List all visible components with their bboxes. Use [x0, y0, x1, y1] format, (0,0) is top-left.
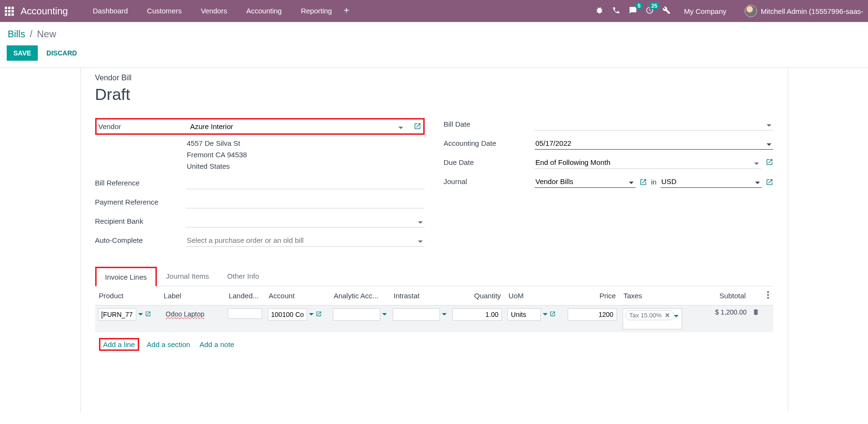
apps-icon[interactable] [5, 7, 14, 16]
form-right-column: Bill Date Accounting Date Due Date [444, 118, 773, 253]
vendor-input[interactable] [189, 120, 405, 132]
col-landed[interactable]: Landed... [225, 286, 265, 305]
chevron-down-icon [309, 311, 314, 318]
payment-reference-input[interactable] [186, 196, 425, 208]
breadcrumb-root[interactable]: Bills [8, 29, 25, 39]
intrastat-input[interactable] [393, 308, 440, 321]
chevron-down-icon [674, 313, 679, 327]
chevron-down-icon [138, 311, 143, 318]
account-input[interactable] [268, 308, 307, 321]
svg-point-2 [767, 297, 769, 299]
add-actions-row: Add a line Add a section Add a note [95, 332, 773, 357]
chat-icon[interactable]: 5 [629, 6, 637, 16]
tab-journal-items[interactable]: Journal Items [157, 267, 218, 286]
nav-dashboard[interactable]: Dashboard [84, 0, 136, 22]
bill-reference-input[interactable] [186, 177, 425, 189]
due-date-input[interactable] [535, 156, 761, 169]
nav-customers[interactable]: Customers [138, 0, 190, 22]
invoice-lines-table: Product Label Landed... Account Analytic… [95, 286, 773, 357]
label-journal: Journal [444, 175, 535, 185]
recipient-bank-input[interactable] [186, 215, 425, 228]
company-selector[interactable]: My Company [684, 7, 726, 15]
col-price[interactable]: Price [565, 286, 620, 305]
chevron-down-icon [442, 311, 447, 318]
chat-badge: 5 [635, 2, 643, 9]
chevron-down-icon [543, 311, 548, 318]
product-input[interactable] [98, 308, 136, 321]
label-payment-reference: Payment Reference [95, 196, 186, 206]
label-vendor: Vendor [99, 120, 189, 130]
tab-other-info[interactable]: Other Info [218, 267, 268, 286]
activity-badge: 25 [649, 2, 659, 9]
col-account[interactable]: Account [265, 286, 330, 305]
taxes-input[interactable]: Tax 15.00% ✕ [623, 308, 682, 329]
col-taxes[interactable]: Taxes [620, 286, 685, 305]
due-date-external-link-icon[interactable] [766, 156, 773, 167]
col-intrastat[interactable]: Intrastat [390, 286, 450, 305]
col-options[interactable] [763, 286, 773, 305]
phone-icon[interactable] [612, 6, 620, 16]
form-sheet: Vendor Bill Draft Vendor 4557 De Silva S… [80, 68, 788, 412]
subtotal-cell: $ 1,200.00 [685, 305, 750, 333]
table-row: Odoo Laptop [95, 305, 773, 333]
nav-accounting[interactable]: Accounting [238, 0, 290, 22]
account-external-link-icon[interactable] [316, 311, 322, 318]
col-product[interactable]: Product [95, 286, 160, 305]
label-cell[interactable]: Odoo Laptop [163, 308, 222, 320]
plus-icon[interactable] [342, 6, 351, 16]
add-line-link[interactable]: Add a line [99, 338, 140, 351]
col-quantity[interactable]: Quantity [450, 286, 505, 305]
top-nav: Accounting Dashboard Customers Vendors A… [0, 0, 868, 22]
breadcrumb: Bills / New [0, 22, 868, 43]
currency-input[interactable] [660, 175, 762, 188]
product-external-link-icon[interactable] [145, 311, 151, 318]
tax-remove-icon[interactable]: ✕ [665, 312, 670, 319]
col-subtotal[interactable]: Subtotal [685, 286, 750, 305]
label-auto-complete: Auto-Complete [95, 234, 186, 244]
action-bar: SAVE DISCARD [0, 43, 868, 68]
uom-input[interactable] [507, 308, 541, 321]
activity-icon[interactable]: 25 [646, 6, 654, 16]
journal-in-label: in [651, 178, 657, 186]
app-brand[interactable]: Accounting [21, 6, 68, 17]
vendor-address: 4557 De Silva St Fremont CA 94538 United… [186, 138, 425, 172]
record-title: Draft [95, 85, 773, 104]
add-note-link[interactable]: Add a note [199, 340, 234, 348]
tab-invoice-lines[interactable]: Invoice Lines [95, 267, 157, 286]
accounting-date-input[interactable] [535, 137, 773, 150]
save-button[interactable]: SAVE [7, 45, 38, 61]
col-uom[interactable]: UoM [505, 286, 564, 305]
tax-chip: Tax 15.00% ✕ [625, 310, 674, 320]
add-section-link[interactable]: Add a section [147, 340, 190, 348]
price-input[interactable] [568, 308, 617, 321]
col-delete [749, 286, 763, 305]
nav-reporting[interactable]: Reporting [292, 0, 341, 22]
record-label: Vendor Bill [95, 74, 773, 82]
col-analytic[interactable]: Analytic Acc... [330, 286, 390, 305]
svg-point-1 [767, 294, 769, 296]
delete-row-icon[interactable] [752, 309, 759, 317]
auto-complete-input[interactable] [186, 234, 425, 247]
journal-external-link-icon[interactable] [639, 176, 647, 187]
form-left-column: Vendor 4557 De Silva St Fremont CA 94538… [95, 118, 425, 253]
quantity-input[interactable] [452, 308, 502, 321]
bug-icon[interactable] [595, 6, 604, 16]
tools-icon[interactable] [662, 6, 670, 16]
label-due-date: Due Date [444, 156, 535, 166]
landed-cost-input[interactable] [228, 308, 262, 319]
nav-vendors[interactable]: Vendors [192, 0, 236, 22]
vendor-external-link-icon[interactable] [414, 120, 421, 131]
currency-external-link-icon[interactable] [766, 176, 773, 187]
journal-input[interactable] [535, 175, 636, 188]
discard-button[interactable]: DISCARD [46, 49, 77, 57]
uom-external-link-icon[interactable] [549, 311, 556, 318]
avatar [745, 5, 757, 17]
bill-date-input[interactable] [535, 118, 773, 130]
user-menu[interactable]: Mitchell Admin (15557996-saas- [745, 5, 863, 17]
tabs: Invoice Lines Journal Items Other Info [95, 267, 773, 286]
svg-point-0 [767, 291, 769, 293]
analytic-account-input[interactable] [333, 308, 380, 321]
col-label[interactable]: Label [160, 286, 225, 305]
label-accounting-date: Accounting Date [444, 137, 535, 147]
breadcrumb-current: New [37, 29, 56, 39]
